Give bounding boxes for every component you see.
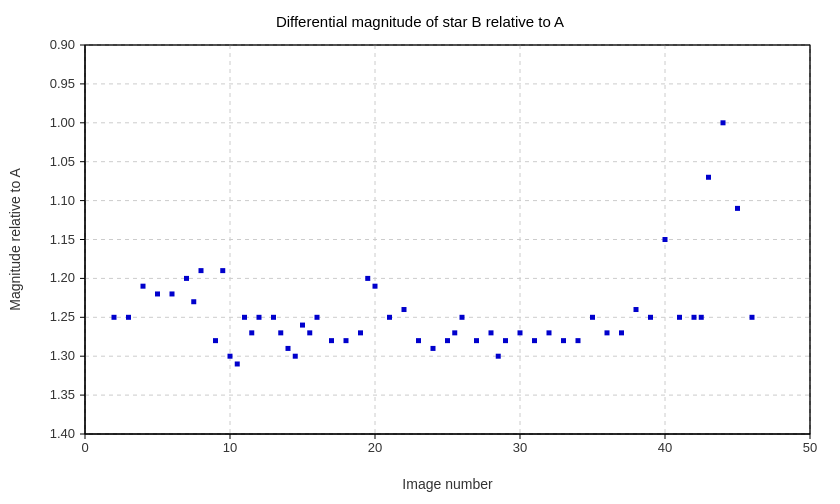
y-tick-label: 0.95 (50, 76, 75, 91)
data-point (605, 330, 610, 335)
y-tick-label: 1.30 (50, 348, 75, 363)
data-point (735, 206, 740, 211)
data-point (278, 330, 283, 335)
data-point (257, 315, 262, 320)
y-tick-label: 1.10 (50, 193, 75, 208)
data-point (155, 291, 160, 296)
data-point (112, 315, 117, 320)
data-point (249, 330, 254, 335)
data-point (503, 338, 508, 343)
data-point (474, 338, 479, 343)
x-tick-label: 50 (803, 440, 817, 455)
data-point (445, 338, 450, 343)
data-point (373, 284, 378, 289)
data-point (699, 315, 704, 320)
x-tick-label: 0 (81, 440, 88, 455)
y-tick-label: 1.05 (50, 154, 75, 169)
data-point (750, 315, 755, 320)
data-point (496, 354, 501, 359)
data-point (634, 307, 639, 312)
data-point (431, 346, 436, 351)
y-tick-label: 1.40 (50, 426, 75, 441)
y-tick-label: 1.25 (50, 309, 75, 324)
data-point (489, 330, 494, 335)
data-point (402, 307, 407, 312)
data-point (228, 354, 233, 359)
data-point (721, 120, 726, 125)
data-point (452, 330, 457, 335)
x-axis-label: Image number (402, 476, 493, 492)
data-point (561, 338, 566, 343)
data-point (460, 315, 465, 320)
data-point (242, 315, 247, 320)
data-point (547, 330, 552, 335)
y-tick-label: 1.35 (50, 387, 75, 402)
data-point (141, 284, 146, 289)
data-point (213, 338, 218, 343)
data-point (220, 268, 225, 273)
data-point (590, 315, 595, 320)
data-point (235, 361, 240, 366)
data-point (170, 291, 175, 296)
data-point (286, 346, 291, 351)
data-point (706, 175, 711, 180)
x-tick-label: 30 (513, 440, 527, 455)
data-point (387, 315, 392, 320)
x-tick-label: 20 (368, 440, 382, 455)
y-axis-label: Magnitude relative to A (7, 168, 23, 311)
data-point (648, 315, 653, 320)
data-point (199, 268, 204, 273)
y-tick-label: 0.90 (50, 37, 75, 52)
data-point (576, 338, 581, 343)
data-point (184, 276, 189, 281)
data-point (663, 237, 668, 242)
data-point (365, 276, 370, 281)
data-point (300, 323, 305, 328)
data-point (293, 354, 298, 359)
data-point (315, 315, 320, 320)
data-point (358, 330, 363, 335)
data-point (619, 330, 624, 335)
chart-title: Differential magnitude of star B relativ… (276, 13, 564, 30)
data-point (677, 315, 682, 320)
y-tick-label: 1.00 (50, 115, 75, 130)
scatter-chart: 010203040500.900.951.001.051.101.151.201… (0, 0, 840, 504)
x-tick-label: 10 (223, 440, 237, 455)
data-point (191, 299, 196, 304)
data-point (416, 338, 421, 343)
data-point (692, 315, 697, 320)
data-point (126, 315, 131, 320)
y-tick-label: 1.15 (50, 232, 75, 247)
data-point (532, 338, 537, 343)
chart-container: 010203040500.900.951.001.051.101.151.201… (0, 0, 840, 504)
x-tick-label: 40 (658, 440, 672, 455)
data-point (271, 315, 276, 320)
data-point (329, 338, 334, 343)
data-point (344, 338, 349, 343)
y-tick-label: 1.20 (50, 270, 75, 285)
data-point (307, 330, 312, 335)
data-point (518, 330, 523, 335)
